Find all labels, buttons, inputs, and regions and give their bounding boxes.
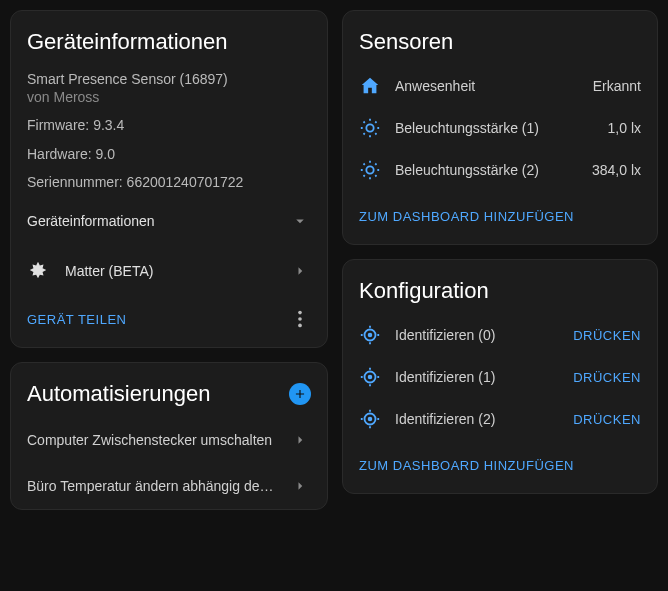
chevron-right-icon [289,475,311,497]
device-name-line: Smart Presence Sensor (16897) von Meross [11,65,327,111]
automations-card: Automatisierungen Computer Zwischensteck… [10,362,328,510]
config-title: Konfiguration [343,260,657,314]
svg-point-8 [369,376,372,379]
brightness-icon [359,159,381,181]
sensor-row[interactable]: Beleuchtungsstärke (1) 1,0 lx [343,107,657,149]
hardware-line: Hardware: 9.0 [11,140,327,168]
add-to-dashboard-button[interactable]: ZUM DASHBOARD HINZUFÜGEN [359,203,574,230]
chevron-right-icon [289,429,311,451]
config-card: Konfiguration Identifizieren (0) DRÜCKEN… [342,259,658,494]
config-row: Identifizieren (0) DRÜCKEN [343,314,657,356]
target-icon [359,408,381,430]
sensors-title: Sensoren [343,11,657,65]
press-button[interactable]: DRÜCKEN [573,370,641,385]
device-manufacturer: Meross [53,89,99,105]
press-button[interactable]: DRÜCKEN [573,412,641,427]
svg-point-0 [298,311,302,315]
automation-item[interactable]: Computer Zwischenstecker umschalten [11,417,327,463]
svg-point-2 [298,324,302,328]
svg-point-10 [369,418,372,421]
serial-line: Seriennummer: 662001240701722 [11,168,327,196]
sensor-row[interactable]: Anwesenheit Erkannt [343,65,657,107]
config-row: Identifizieren (1) DRÜCKEN [343,356,657,398]
add-automation-button[interactable] [289,383,311,405]
automations-header: Automatisierungen [11,363,327,417]
integration-row[interactable]: Matter (BETA) [11,246,327,296]
matter-icon [27,260,49,282]
sensors-card: Sensoren Anwesenheit Erkannt Beleuchtung… [342,10,658,245]
device-by-prefix: von [27,89,53,105]
svg-point-1 [298,318,302,322]
target-icon [359,324,381,346]
home-icon [359,75,381,97]
svg-point-4 [366,166,373,173]
device-name: Smart Presence Sensor (16897) [27,71,228,87]
firmware-line: Firmware: 9.3.4 [11,111,327,139]
config-row: Identifizieren (2) DRÜCKEN [343,398,657,440]
brightness-icon [359,117,381,139]
device-info-expand[interactable]: Geräteinformationen [11,196,327,246]
chevron-right-icon [289,260,311,282]
device-info-title: Geräteinformationen [11,11,327,65]
automation-item[interactable]: Büro Temperatur ändern abhängig der … [11,463,327,509]
add-to-dashboard-button[interactable]: ZUM DASHBOARD HINZUFÜGEN [359,452,574,479]
more-menu-button[interactable] [289,308,311,330]
svg-point-3 [366,124,373,131]
svg-point-6 [369,334,372,337]
sensor-row[interactable]: Beleuchtungsstärke (2) 384,0 lx [343,149,657,191]
share-device-button[interactable]: GERÄT TEILEN [27,306,126,333]
chevron-down-icon [289,210,311,232]
target-icon [359,366,381,388]
press-button[interactable]: DRÜCKEN [573,328,641,343]
device-info-card: Geräteinformationen Smart Presence Senso… [10,10,328,348]
